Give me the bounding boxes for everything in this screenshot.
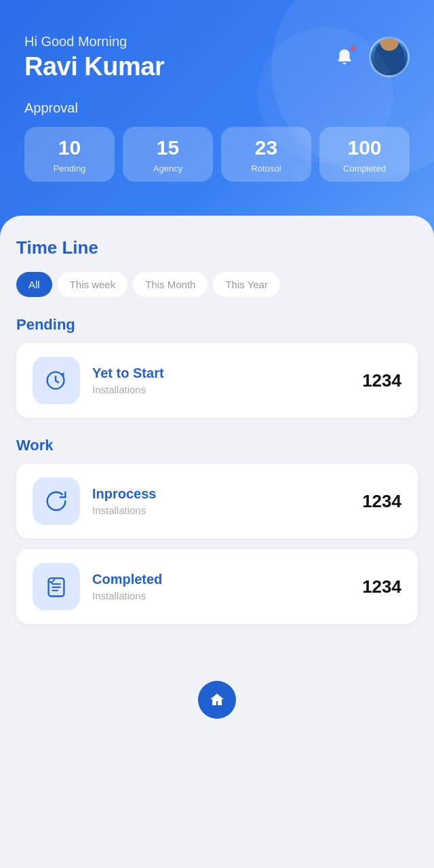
inprocess-card[interactable]: Inprocess Installations 1234 (16, 464, 418, 538)
approval-card-rotosol[interactable]: 23 Rotosol (221, 127, 311, 182)
completed-card[interactable]: Completed Installations 1234 (16, 549, 418, 624)
pending-section: Pending Yet to Start Installations 1234 (16, 316, 418, 418)
completed-number: 100 (347, 138, 381, 158)
yet-to-start-count: 1234 (362, 370, 401, 391)
yet-to-start-subtitle: Installations (92, 384, 350, 395)
notification-bell[interactable] (330, 42, 359, 72)
yet-to-start-text: Yet to Start Installations (92, 366, 350, 395)
header: Hi Good Morning Ravi Kumar (0, 0, 434, 236)
main-content: Time Line All This week This Month This … (0, 216, 434, 670)
completed-card-subtitle: Installations (92, 590, 350, 601)
header-icons (330, 37, 410, 77)
approval-section: Approval 10 Pending 15 Agency 23 Rotosol… (24, 100, 410, 182)
pending-section-title: Pending (16, 316, 418, 334)
user-name: Ravi Kumar (24, 52, 164, 81)
notification-dot (350, 45, 357, 52)
inprocess-text: Inprocess Installations (92, 486, 350, 516)
avatar-image (371, 39, 408, 75)
pending-label: Pending (54, 163, 86, 174)
approval-card-pending[interactable]: 10 Pending (24, 127, 115, 182)
yet-to-start-icon-wrapper (33, 357, 80, 404)
timeline-title: Time Line (16, 237, 418, 258)
inprocess-title: Inprocess (92, 486, 350, 502)
inprocess-count: 1234 (362, 491, 401, 512)
header-top: Hi Good Morning Ravi Kumar (24, 34, 410, 81)
filter-this-month[interactable]: This Month (133, 272, 208, 297)
agency-label: Agency (153, 163, 182, 174)
bottom-nav-home[interactable] (198, 681, 236, 719)
bell-icon (334, 47, 355, 67)
greeting-block: Hi Good Morning Ravi Kumar (24, 34, 164, 81)
work-section: Work Inprocess Installations 1234 (16, 437, 418, 624)
inprocess-icon-wrapper (33, 477, 80, 525)
home-icon (208, 691, 226, 709)
pending-number: 10 (58, 138, 81, 158)
completed-card-count: 1234 (362, 576, 401, 597)
completed-label: Completed (343, 163, 386, 174)
approval-cards: 10 Pending 15 Agency 23 Rotosol 100 Comp… (24, 127, 410, 182)
yet-to-start-title: Yet to Start (92, 366, 350, 381)
filter-this-week[interactable]: This week (58, 272, 128, 297)
avatar[interactable] (369, 37, 410, 77)
filter-this-year[interactable]: This Year (213, 272, 280, 297)
rotosol-label: Rotosol (251, 163, 281, 174)
completed-icon-wrapper (33, 563, 80, 610)
approval-card-completed[interactable]: 100 Completed (319, 127, 410, 182)
completed-card-text: Completed Installations (92, 572, 350, 601)
approval-card-agency[interactable]: 15 Agency (123, 127, 213, 182)
completed-card-title: Completed (92, 572, 350, 587)
yet-to-start-card[interactable]: Yet to Start Installations 1234 (16, 343, 418, 418)
agency-number: 15 (157, 138, 179, 158)
greeting-text: Hi Good Morning (24, 34, 164, 50)
filter-all[interactable]: All (16, 272, 52, 297)
timeline-filters: All This week This Month This Year (16, 272, 418, 297)
bottom-nav (0, 670, 434, 730)
inprocess-subtitle: Installations (92, 505, 350, 516)
clock-play-icon (43, 368, 69, 393)
approval-label: Approval (24, 100, 410, 116)
checklist-icon (43, 574, 69, 599)
work-section-title: Work (16, 437, 418, 454)
refresh-icon (43, 488, 69, 514)
rotosol-number: 23 (255, 138, 277, 158)
